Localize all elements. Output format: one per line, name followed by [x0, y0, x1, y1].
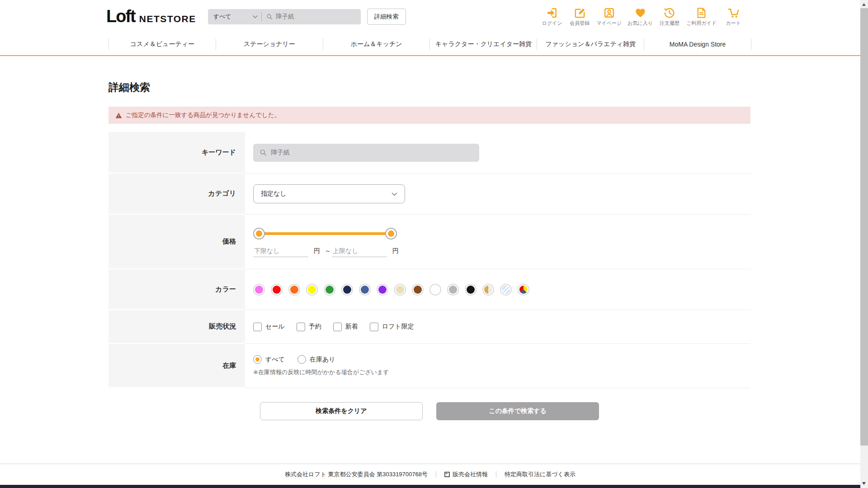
search-form: キーワード カテゴリ 指定なし	[108, 132, 750, 388]
color-swatch-blue[interactable]	[359, 284, 371, 296]
guide-link[interactable]: ご利用ガイド	[686, 7, 717, 27]
nav-item-moma-design-store[interactable]: MoMA Design Store	[644, 41, 751, 48]
color-swatch-beige[interactable]	[394, 284, 406, 296]
favorites-link[interactable]: お気に入り	[627, 7, 653, 27]
color-swatch-red[interactable]	[271, 284, 283, 296]
price-min-input[interactable]	[253, 247, 308, 257]
nav-item-character-goods[interactable]: キャラクター・クリエイター雑貨	[430, 40, 537, 48]
no-results-message: ご指定の条件に一致する商品が見つかりませんでした。	[126, 111, 280, 119]
keyword-content	[245, 132, 750, 174]
scrollbar-down-arrow-icon[interactable]	[862, 482, 866, 485]
no-results-alert: ご指定の条件に一致する商品が見つかりませんでした。	[108, 107, 750, 124]
price-slider-track[interactable]	[259, 232, 392, 235]
stock-content: すべて 在庫あり ※在庫情報の反映に時間がかかる場合がございます	[245, 344, 750, 388]
footer-divider	[436, 471, 436, 478]
price-inputs: 円 ～ 円	[253, 247, 750, 257]
external-window-icon	[444, 472, 450, 477]
cart-label: カート	[726, 20, 741, 27]
checkbox-loft-limited[interactable]: ロフト限定	[370, 323, 414, 331]
search-with-conditions-button[interactable]: この条件で検索する	[436, 402, 599, 420]
category-select[interactable]: 指定なし	[253, 184, 405, 203]
checkbox-icon	[370, 323, 378, 331]
swatch-fill	[519, 286, 528, 294]
mypage-icon	[603, 7, 615, 19]
checkbox-icon	[297, 323, 305, 331]
nav-item-cosme-beauty[interactable]: コスメ＆ビューティー	[109, 40, 216, 48]
color-swatch-orange[interactable]	[288, 284, 300, 296]
order-history-link[interactable]: 注文履歴	[659, 7, 680, 27]
swatch-fill	[273, 286, 281, 294]
scrollbar-up-arrow-icon[interactable]	[862, 3, 866, 6]
radio-icon-selected	[253, 355, 262, 364]
price-slider-min-handle[interactable]	[253, 228, 265, 239]
search-icon	[259, 149, 267, 156]
header: Loft NETSTORE すべて 詳細検索 ログイン 会員登録	[0, 0, 868, 33]
checkbox-reservation-label: 予約	[309, 323, 321, 331]
nav-item-home-kitchen[interactable]: ホーム＆キッチン	[323, 40, 430, 48]
swatch-fill	[484, 286, 492, 294]
main-content: 詳細検索 ご指定の条件に一致する商品が見つかりませんでした。 キーワード カテゴ…	[108, 80, 750, 420]
checkbox-sale[interactable]: セール	[253, 323, 285, 331]
sales-status-options: セール 予約 新着 ロフト限定	[253, 323, 750, 331]
color-swatch-multicolor[interactable]	[518, 284, 529, 296]
price-content: 円 ～ 円	[245, 215, 750, 269]
color-swatch-purple[interactable]	[377, 284, 388, 296]
color-swatch-green[interactable]	[324, 284, 335, 296]
checkbox-sale-label: セール	[265, 323, 285, 331]
footer-link-seller-info-label: 販売会社情報	[453, 470, 488, 479]
radio-stock-in-stock[interactable]: 在庫あり	[297, 355, 335, 364]
checkbox-loft-limited-label: ロフト限定	[382, 323, 414, 331]
color-swatch-navy[interactable]	[341, 284, 353, 296]
header-search-input[interactable]	[276, 13, 356, 20]
swatch-fill	[378, 286, 387, 294]
login-icon	[546, 7, 558, 19]
detail-search-button[interactable]: 詳細検索	[367, 9, 406, 25]
swatch-fill	[290, 286, 298, 294]
member-register-link[interactable]: 会員登録	[569, 7, 590, 27]
color-swatch-clear[interactable]	[500, 284, 512, 296]
nav-item-stationery[interactable]: ステーショナリー	[216, 40, 323, 48]
checkbox-new-arrival[interactable]: 新着	[333, 323, 358, 331]
search-category-select[interactable]: すべて	[208, 9, 261, 24]
swatch-fill	[502, 286, 510, 294]
footer-link-commercial-law[interactable]: 特定商取引法に基づく表示	[505, 470, 576, 479]
radio-stock-all[interactable]: すべて	[253, 355, 285, 364]
color-swatch-black[interactable]	[465, 284, 476, 296]
color-swatch-white[interactable]	[429, 284, 441, 296]
mypage-link[interactable]: マイページ	[596, 7, 622, 27]
price-min-unit: 円	[314, 247, 320, 255]
color-swatches	[253, 284, 750, 296]
search-category-value: すべて	[213, 13, 253, 21]
swatch-fill	[449, 286, 457, 294]
header-search-bar: すべて	[208, 9, 361, 24]
price-slider-max-handle[interactable]	[385, 228, 397, 239]
color-swatch-gray[interactable]	[447, 284, 459, 296]
keyword-input[interactable]	[271, 149, 473, 156]
guide-document-icon	[695, 7, 708, 19]
clear-conditions-button[interactable]: 検索条件をクリア	[260, 402, 423, 420]
login-link[interactable]: ログイン	[541, 7, 563, 27]
color-swatch-brown[interactable]	[412, 284, 424, 296]
scrollbar-thumb[interactable]	[860, 8, 868, 446]
bottom-dark-bar	[0, 485, 860, 488]
color-swatch-yellow[interactable]	[306, 284, 318, 296]
color-label: カラー	[108, 269, 245, 310]
loft-logo[interactable]: Loft NETSTORE	[106, 7, 196, 26]
price-max-input[interactable]	[332, 247, 387, 257]
vertical-scrollbar[interactable]	[860, 0, 868, 488]
search-icon	[266, 13, 273, 20]
footer: 株式会社ロフト 東京都公安委員会 第303319700768号 販売会社情報 特…	[0, 464, 860, 485]
sales-status-label: 販売状況	[108, 310, 245, 344]
nav-item-fashion-variety[interactable]: ファッション＆バラエティ雑貨	[537, 40, 644, 48]
category-label: カテゴリ	[108, 174, 245, 215]
checkbox-reservation[interactable]: 予約	[297, 323, 321, 331]
stock-note: ※在庫情報の反映に時間がかかる場合がございます	[253, 368, 750, 376]
sales-status-content: セール 予約 新着 ロフト限定	[245, 310, 750, 344]
color-swatch-gold-silver[interactable]	[482, 284, 494, 296]
cart-link[interactable]: カート	[722, 7, 744, 27]
stock-options: すべて 在庫あり	[253, 355, 750, 364]
color-swatch-pink[interactable]	[253, 284, 265, 296]
guide-label: ご利用ガイド	[686, 20, 717, 27]
form-row-category: カテゴリ 指定なし	[108, 174, 750, 215]
footer-link-seller-info[interactable]: 販売会社情報	[444, 470, 488, 479]
